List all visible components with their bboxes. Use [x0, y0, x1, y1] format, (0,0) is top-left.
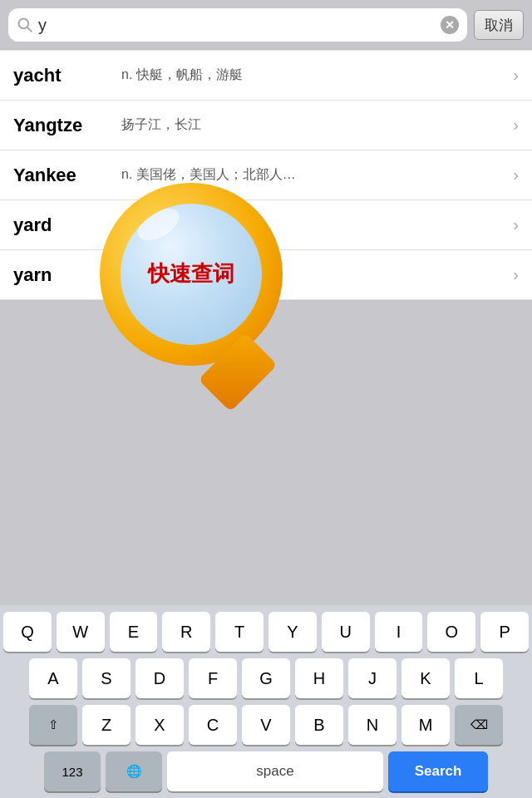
svg-line-1 — [27, 27, 32, 32]
search-icon — [17, 17, 33, 33]
keyboard-bottom-row: 123 🌐 space Search — [3, 751, 529, 791]
keyboard-row-1: ASDFGHJKL — [3, 658, 529, 698]
chevron-right-icon: › — [513, 165, 519, 185]
result-word: yard — [13, 214, 121, 236]
search-input[interactable] — [38, 16, 436, 35]
key-H[interactable]: H — [295, 658, 343, 698]
key-⌫[interactable]: ⌫ — [455, 705, 503, 745]
result-row[interactable]: Yangtze扬子江，长江› — [0, 101, 532, 150]
key-Q[interactable]: Q — [3, 612, 52, 652]
result-row[interactable]: Yankeen. 美国佬，美国人；北部人…› — [0, 150, 532, 200]
key-T[interactable]: T — [215, 612, 264, 652]
key-N[interactable]: N — [348, 705, 397, 745]
key-⇧[interactable]: ⇧ — [29, 705, 77, 745]
key-search[interactable]: Search — [388, 751, 488, 791]
magnifier-handle — [198, 332, 277, 411]
key-Z[interactable]: Z — [82, 705, 131, 745]
result-word: yacht — [13, 65, 121, 86]
key-U[interactable]: U — [322, 612, 370, 652]
chevron-right-icon: › — [513, 116, 519, 135]
results-list: yachtn. 快艇，帆船，游艇›Yangtze扬子江，长江›Yankeen. … — [0, 50, 532, 300]
result-definition: 扬子江，长江 — [121, 116, 508, 134]
key-F[interactable]: F — [189, 658, 237, 698]
result-row[interactable]: yarn（尤指）毛线；…› — [0, 250, 532, 300]
key-V[interactable]: V — [242, 705, 290, 745]
result-row[interactable]: yard码（等于3英尺或3…› — [0, 200, 532, 250]
key-G[interactable]: G — [242, 658, 290, 698]
result-definition: 码（等于3英尺或3… — [121, 216, 508, 234]
key-I[interactable]: I — [375, 612, 423, 652]
result-word: yarn — [13, 264, 121, 286]
key-J[interactable]: J — [348, 658, 397, 698]
key-M[interactable]: M — [401, 705, 450, 745]
result-word: Yangtze — [13, 115, 121, 136]
keyboard-row-0: QWERTYUIOP — [3, 612, 529, 652]
result-definition: n. 快艇，帆船，游艇 — [121, 66, 508, 84]
result-definition: （尤指）毛线；… — [121, 266, 508, 283]
search-input-wrapper: ✕ — [8, 8, 467, 42]
key-globe[interactable]: 🌐 — [106, 751, 162, 791]
key-P[interactable]: P — [480, 612, 529, 652]
keyboard-row-2: ⇧ZXCVBNM⌫ — [3, 705, 529, 745]
key-X[interactable]: X — [135, 705, 184, 745]
chevron-right-icon: › — [513, 265, 519, 284]
chevron-right-icon: › — [513, 66, 519, 85]
clear-button[interactable]: ✕ — [441, 16, 459, 34]
result-word: Yankee — [13, 165, 121, 186]
result-row[interactable]: yachtn. 快艇，帆船，游艇› — [0, 51, 532, 101]
result-definition: n. 美国佬，美国人；北部人… — [121, 166, 508, 184]
svg-point-0 — [19, 19, 29, 29]
key-S[interactable]: S — [82, 658, 131, 698]
key-E[interactable]: E — [110, 612, 158, 652]
key-O[interactable]: O — [427, 612, 475, 652]
chevron-right-icon: › — [513, 215, 519, 234]
key-B[interactable]: B — [295, 705, 343, 745]
key-Y[interactable]: Y — [268, 612, 317, 652]
key-R[interactable]: R — [162, 612, 210, 652]
keyboard: QWERTYUIOPASDFGHJKL⇧ZXCVBNM⌫ 123 🌐 space… — [0, 605, 532, 798]
key-W[interactable]: W — [57, 612, 105, 652]
key-D[interactable]: D — [135, 658, 184, 698]
key-L[interactable]: L — [455, 658, 503, 698]
key-num[interactable]: 123 — [44, 751, 101, 791]
key-C[interactable]: C — [189, 705, 237, 745]
keyboard-rows: QWERTYUIOPASDFGHJKL⇧ZXCVBNM⌫ — [3, 612, 529, 745]
search-bar: ✕ 取消 — [0, 0, 532, 50]
key-space[interactable]: space — [167, 751, 383, 791]
cancel-button[interactable]: 取消 — [474, 10, 524, 40]
key-K[interactable]: K — [401, 658, 450, 698]
key-A[interactable]: A — [29, 658, 77, 698]
